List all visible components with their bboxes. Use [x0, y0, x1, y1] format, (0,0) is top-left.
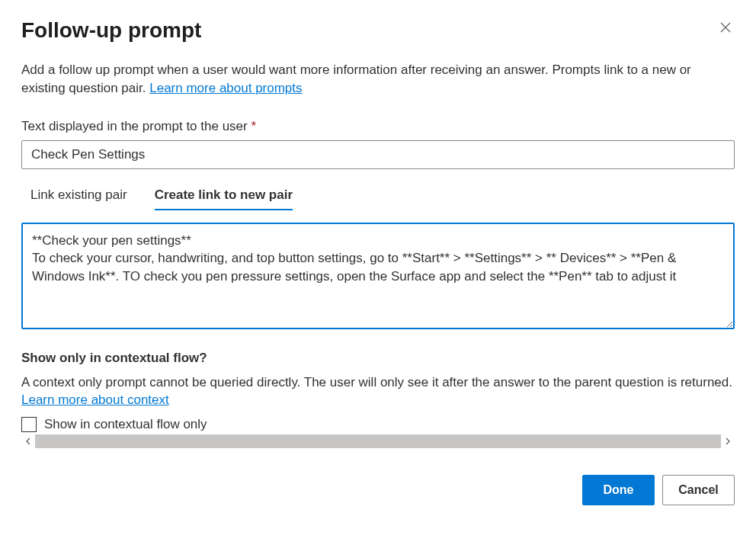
close-icon — [719, 24, 732, 36]
required-asterisk: * — [251, 119, 256, 133]
learn-more-context-link[interactable]: Learn more about context — [21, 393, 169, 407]
scroll-left-arrow-icon[interactable] — [21, 434, 35, 448]
scroll-right-arrow-icon[interactable] — [721, 434, 735, 448]
tab-create-new[interactable]: Create link to new pair — [155, 187, 293, 210]
pair-tabs: Link existing pair Create link to new pa… — [21, 187, 735, 210]
tab-link-existing[interactable]: Link existing pair — [30, 187, 127, 210]
learn-more-prompts-link[interactable]: Learn more about prompts — [149, 81, 302, 95]
dialog-description: Add a follow up prompt when a user would… — [21, 61, 735, 98]
display-text-input[interactable] — [21, 140, 735, 169]
footer-buttons: Done Cancel — [21, 475, 735, 505]
context-description: A context only prompt cannot be queried … — [21, 373, 735, 410]
done-button[interactable]: Done — [582, 475, 655, 505]
context-checkbox-label: Show in contextual flow only — [44, 417, 207, 432]
close-button[interactable] — [716, 18, 735, 39]
context-checkbox[interactable] — [21, 417, 37, 432]
dialog-description-text: Add a follow up prompt when a user would… — [21, 62, 691, 95]
answer-textarea[interactable] — [21, 223, 735, 329]
scroll-track[interactable] — [35, 434, 721, 448]
cancel-button[interactable]: Cancel — [662, 475, 735, 505]
context-heading: Show only in contextual flow? — [21, 351, 735, 366]
dialog-title: Follow-up prompt — [21, 18, 201, 43]
context-description-text: A context only prompt cannot be queried … — [21, 375, 732, 389]
display-text-label: Text displayed in the prompt to the user… — [21, 119, 735, 134]
display-text-label-text: Text displayed in the prompt to the user — [21, 119, 248, 133]
horizontal-scrollbar[interactable] — [21, 434, 735, 449]
